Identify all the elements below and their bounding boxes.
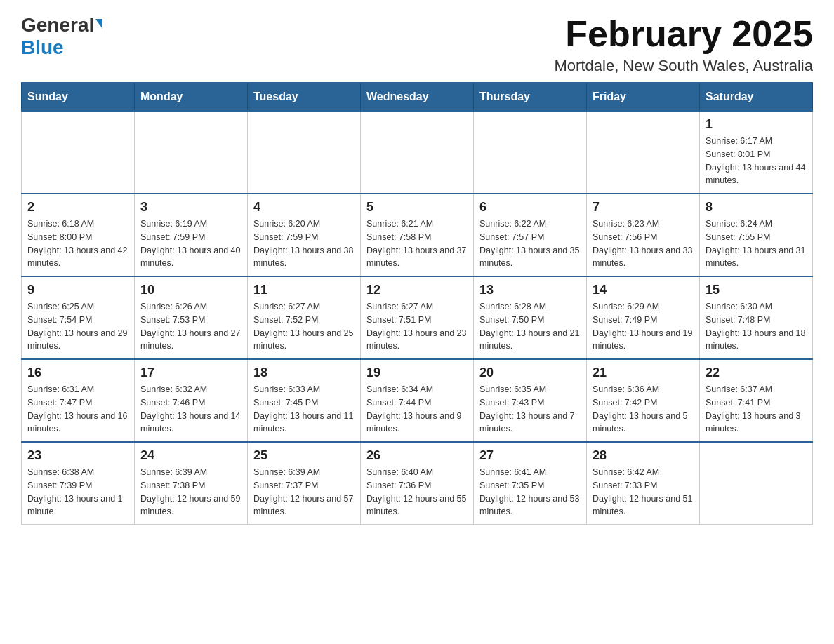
calendar-cell: 17Sunrise: 6:32 AM Sunset: 7:46 PM Dayli… <box>135 359 248 442</box>
calendar-week-3: 9Sunrise: 6:25 AM Sunset: 7:54 PM Daylig… <box>22 276 813 359</box>
calendar-cell: 16Sunrise: 6:31 AM Sunset: 7:47 PM Dayli… <box>22 359 135 442</box>
calendar-cell <box>474 111 587 194</box>
calendar-table: Sunday Monday Tuesday Wednesday Thursday… <box>21 82 813 525</box>
calendar-cell: 24Sunrise: 6:39 AM Sunset: 7:38 PM Dayli… <box>135 442 248 525</box>
day-number: 17 <box>140 365 241 380</box>
logo-general-label: General <box>21 14 94 36</box>
logo-triangle-icon <box>95 19 102 29</box>
day-number: 9 <box>27 283 128 297</box>
day-number: 3 <box>140 200 241 215</box>
calendar-title: February 2025 <box>555 14 813 54</box>
calendar-subtitle: Mortdale, New South Wales, Australia <box>555 57 813 75</box>
calendar-cell: 6Sunrise: 6:22 AM Sunset: 7:57 PM Daylig… <box>474 194 587 276</box>
day-number: 14 <box>593 283 694 297</box>
day-number: 20 <box>479 365 581 380</box>
calendar-cell: 21Sunrise: 6:36 AM Sunset: 7:42 PM Dayli… <box>587 359 700 442</box>
day-number: 16 <box>27 365 128 380</box>
day-number: 19 <box>366 365 468 380</box>
logo-general-text: General <box>21 14 102 36</box>
calendar-cell <box>700 442 813 525</box>
day-number: 8 <box>706 200 807 215</box>
day-number: 1 <box>706 117 807 132</box>
day-info: Sunrise: 6:33 AM Sunset: 7:45 PM Dayligh… <box>253 383 355 436</box>
day-number: 15 <box>706 283 807 297</box>
calendar-cell: 25Sunrise: 6:39 AM Sunset: 7:37 PM Dayli… <box>248 442 361 525</box>
calendar-cell <box>587 111 700 194</box>
calendar-cell: 23Sunrise: 6:38 AM Sunset: 7:39 PM Dayli… <box>22 442 135 525</box>
day-info: Sunrise: 6:20 AM Sunset: 7:59 PM Dayligh… <box>253 217 355 270</box>
calendar-cell: 27Sunrise: 6:41 AM Sunset: 7:35 PM Dayli… <box>474 442 587 525</box>
calendar-cell: 12Sunrise: 6:27 AM Sunset: 7:51 PM Dayli… <box>361 276 474 359</box>
day-number: 2 <box>27 200 128 215</box>
calendar-week-1: 1Sunrise: 6:17 AM Sunset: 8:01 PM Daylig… <box>22 111 813 194</box>
day-info: Sunrise: 6:22 AM Sunset: 7:57 PM Dayligh… <box>479 217 581 270</box>
day-info: Sunrise: 6:29 AM Sunset: 7:49 PM Dayligh… <box>593 300 694 353</box>
day-info: Sunrise: 6:38 AM Sunset: 7:39 PM Dayligh… <box>27 466 128 518</box>
day-number: 5 <box>366 200 468 215</box>
day-info: Sunrise: 6:25 AM Sunset: 7:54 PM Dayligh… <box>27 300 128 353</box>
day-number: 7 <box>593 200 694 215</box>
calendar-cell: 28Sunrise: 6:42 AM Sunset: 7:33 PM Dayli… <box>587 442 700 525</box>
calendar-cell: 19Sunrise: 6:34 AM Sunset: 7:44 PM Dayli… <box>361 359 474 442</box>
header-sunday: Sunday <box>22 83 135 111</box>
calendar-week-4: 16Sunrise: 6:31 AM Sunset: 7:47 PM Dayli… <box>22 359 813 442</box>
header-friday: Friday <box>587 83 700 111</box>
day-info: Sunrise: 6:39 AM Sunset: 7:38 PM Dayligh… <box>140 466 241 518</box>
calendar-cell <box>135 111 248 194</box>
page-header: General Blue February 2025 Mortdale, New… <box>21 14 813 75</box>
day-number: 12 <box>366 283 468 297</box>
day-info: Sunrise: 6:30 AM Sunset: 7:48 PM Dayligh… <box>706 300 807 353</box>
header-saturday: Saturday <box>700 83 813 111</box>
day-info: Sunrise: 6:42 AM Sunset: 7:33 PM Dayligh… <box>593 466 694 518</box>
header-thursday: Thursday <box>474 83 587 111</box>
day-info: Sunrise: 6:26 AM Sunset: 7:53 PM Dayligh… <box>140 300 241 353</box>
day-number: 23 <box>27 448 128 463</box>
day-info: Sunrise: 6:36 AM Sunset: 7:42 PM Dayligh… <box>593 383 694 436</box>
day-info: Sunrise: 6:32 AM Sunset: 7:46 PM Dayligh… <box>140 383 241 436</box>
day-info: Sunrise: 6:18 AM Sunset: 8:00 PM Dayligh… <box>27 217 128 270</box>
day-info: Sunrise: 6:27 AM Sunset: 7:52 PM Dayligh… <box>253 300 355 353</box>
day-number: 18 <box>253 365 355 380</box>
calendar-week-5: 23Sunrise: 6:38 AM Sunset: 7:39 PM Dayli… <box>22 442 813 525</box>
calendar-cell: 8Sunrise: 6:24 AM Sunset: 7:55 PM Daylig… <box>700 194 813 276</box>
calendar-cell: 9Sunrise: 6:25 AM Sunset: 7:54 PM Daylig… <box>22 276 135 359</box>
day-number: 27 <box>479 448 581 463</box>
calendar-cell: 3Sunrise: 6:19 AM Sunset: 7:59 PM Daylig… <box>135 194 248 276</box>
day-info: Sunrise: 6:35 AM Sunset: 7:43 PM Dayligh… <box>479 383 581 436</box>
day-info: Sunrise: 6:28 AM Sunset: 7:50 PM Dayligh… <box>479 300 581 353</box>
logo-blue-label: Blue <box>21 36 64 59</box>
day-info: Sunrise: 6:31 AM Sunset: 7:47 PM Dayligh… <box>27 383 128 436</box>
day-info: Sunrise: 6:17 AM Sunset: 8:01 PM Dayligh… <box>706 135 807 187</box>
day-info: Sunrise: 6:37 AM Sunset: 7:41 PM Dayligh… <box>706 383 807 436</box>
header-wednesday: Wednesday <box>361 83 474 111</box>
day-info: Sunrise: 6:34 AM Sunset: 7:44 PM Dayligh… <box>366 383 468 436</box>
calendar-cell: 14Sunrise: 6:29 AM Sunset: 7:49 PM Dayli… <box>587 276 700 359</box>
calendar-cell: 18Sunrise: 6:33 AM Sunset: 7:45 PM Dayli… <box>248 359 361 442</box>
calendar-cell: 22Sunrise: 6:37 AM Sunset: 7:41 PM Dayli… <box>700 359 813 442</box>
calendar-cell: 11Sunrise: 6:27 AM Sunset: 7:52 PM Dayli… <box>248 276 361 359</box>
calendar-cell: 10Sunrise: 6:26 AM Sunset: 7:53 PM Dayli… <box>135 276 248 359</box>
day-number: 21 <box>593 365 694 380</box>
day-info: Sunrise: 6:27 AM Sunset: 7:51 PM Dayligh… <box>366 300 468 353</box>
calendar-cell: 4Sunrise: 6:20 AM Sunset: 7:59 PM Daylig… <box>248 194 361 276</box>
calendar-cell <box>22 111 135 194</box>
logo: General Blue <box>21 14 102 59</box>
day-number: 26 <box>366 448 468 463</box>
header-tuesday: Tuesday <box>248 83 361 111</box>
day-number: 4 <box>253 200 355 215</box>
calendar-cell: 15Sunrise: 6:30 AM Sunset: 7:48 PM Dayli… <box>700 276 813 359</box>
day-info: Sunrise: 6:19 AM Sunset: 7:59 PM Dayligh… <box>140 217 241 270</box>
day-info: Sunrise: 6:24 AM Sunset: 7:55 PM Dayligh… <box>706 217 807 270</box>
day-number: 24 <box>140 448 241 463</box>
calendar-cell <box>248 111 361 194</box>
day-info: Sunrise: 6:40 AM Sunset: 7:36 PM Dayligh… <box>366 466 468 518</box>
day-number: 25 <box>253 448 355 463</box>
day-info: Sunrise: 6:41 AM Sunset: 7:35 PM Dayligh… <box>479 466 581 518</box>
weekday-header-row: Sunday Monday Tuesday Wednesday Thursday… <box>22 83 813 111</box>
calendar-cell: 5Sunrise: 6:21 AM Sunset: 7:58 PM Daylig… <box>361 194 474 276</box>
day-number: 28 <box>593 448 694 463</box>
calendar-cell: 20Sunrise: 6:35 AM Sunset: 7:43 PM Dayli… <box>474 359 587 442</box>
calendar-week-2: 2Sunrise: 6:18 AM Sunset: 8:00 PM Daylig… <box>22 194 813 276</box>
day-number: 13 <box>479 283 581 297</box>
calendar-cell: 26Sunrise: 6:40 AM Sunset: 7:36 PM Dayli… <box>361 442 474 525</box>
